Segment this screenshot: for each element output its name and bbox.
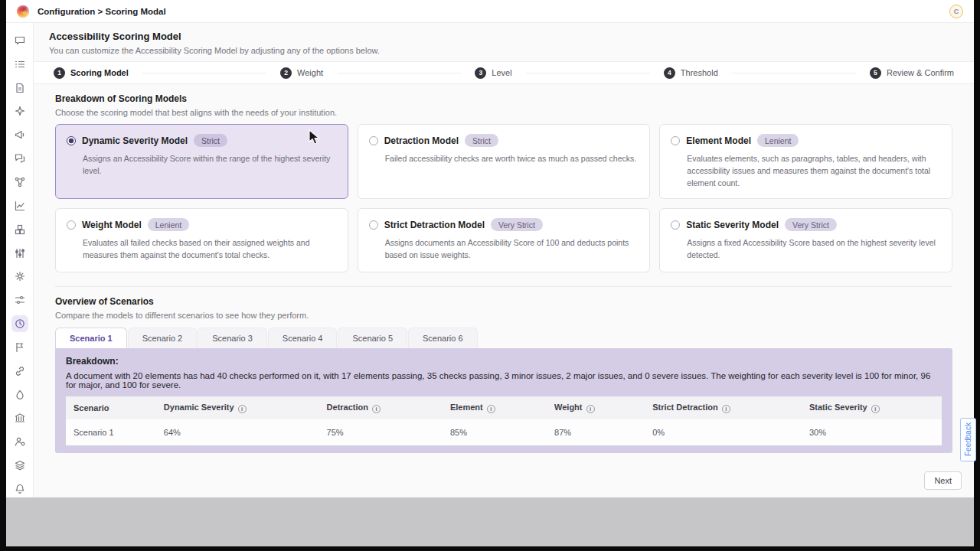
cell-element: 85% bbox=[443, 419, 547, 445]
info-icon[interactable]: i bbox=[238, 405, 247, 413]
main-content: Accessibility Scoring Model You can cust… bbox=[34, 23, 974, 497]
tab-scenario-4[interactable]: Scenario 4 bbox=[268, 328, 338, 348]
column-scenario: Scenario bbox=[66, 396, 156, 419]
checklist-icon[interactable] bbox=[11, 56, 28, 73]
radio-button[interactable] bbox=[671, 220, 680, 230]
card-title: Strict Detraction Model bbox=[384, 220, 485, 230]
radio-button[interactable] bbox=[67, 136, 76, 145]
step-label: Review & Confirm bbox=[887, 68, 954, 77]
tab-scenario-2[interactable]: Scenario 2 bbox=[128, 328, 198, 348]
model-cards-grid: Dynamic Severity Model Strict Assigns an… bbox=[55, 124, 952, 272]
card-description: Assigns documents an Accessibility Score… bbox=[385, 237, 638, 262]
chart-line-icon[interactable] bbox=[11, 197, 28, 214]
step-connector bbox=[142, 73, 266, 73]
app-logo-icon[interactable] bbox=[17, 5, 29, 18]
stepper: 1 Scoring Model 2 Weight 3 Level 4 Thres… bbox=[34, 61, 974, 84]
card-static-severity-model[interactable]: Static Severity Model Very Strict Assign… bbox=[659, 208, 952, 272]
user-avatar[interactable]: C bbox=[949, 5, 963, 18]
modules-icon[interactable] bbox=[11, 221, 28, 238]
table-header-row: Scenario Dynamic Severityi Detractioni E… bbox=[66, 396, 942, 419]
flag-icon[interactable] bbox=[11, 339, 28, 356]
tab-scenario-6[interactable]: Scenario 6 bbox=[408, 328, 478, 348]
bell-icon[interactable] bbox=[11, 481, 28, 497]
tab-scenario-1[interactable]: Scenario 1 bbox=[55, 328, 127, 348]
breakdown-label: Breakdown: bbox=[66, 356, 942, 367]
sparkle-icon[interactable] bbox=[11, 103, 28, 120]
radio-button[interactable] bbox=[671, 136, 680, 145]
info-icon[interactable]: i bbox=[586, 405, 595, 413]
breadcrumb[interactable]: Configuration > Scoring Modal bbox=[38, 7, 166, 16]
step-scoring-model[interactable]: 1 Scoring Model bbox=[54, 67, 129, 79]
card-description: Assigns a fixed Accessibility Score base… bbox=[687, 237, 939, 262]
card-element-model[interactable]: Element Model Lenient Evaluates elements… bbox=[659, 124, 952, 199]
strictness-badge: Strict bbox=[465, 134, 498, 147]
radio-button[interactable] bbox=[369, 220, 378, 230]
section-title: Breakdown of Scoring Models bbox=[55, 93, 952, 104]
scenario-tabs: Scenario 1 Scenario 2 Scenario 3 Scenari… bbox=[55, 328, 952, 348]
column-static-severity: Static Severityi bbox=[802, 396, 942, 419]
step-level[interactable]: 3 Level bbox=[475, 67, 511, 79]
tab-scenario-3[interactable]: Scenario 3 bbox=[198, 328, 267, 348]
card-description: Failed accessibility checks are worth tw… bbox=[385, 153, 638, 165]
sliders-vertical-icon[interactable] bbox=[11, 245, 28, 262]
cell-weight: 87% bbox=[547, 419, 645, 445]
strictness-badge: Very Strict bbox=[785, 218, 837, 231]
card-description: Assigns an Accessibility Score within th… bbox=[83, 153, 335, 178]
column-dynamic-severity: Dynamic Severityi bbox=[156, 396, 319, 419]
radio-button[interactable] bbox=[369, 136, 378, 145]
page-subtitle: You can customize the Accessibility Scor… bbox=[49, 46, 959, 55]
info-icon[interactable]: i bbox=[722, 405, 730, 413]
page-header: Accessibility Scoring Model You can cust… bbox=[34, 23, 974, 61]
step-number: 5 bbox=[870, 67, 881, 79]
layers-icon[interactable] bbox=[11, 457, 28, 474]
history-clock-icon[interactable] bbox=[11, 315, 28, 332]
card-detraction-model[interactable]: Detraction Model Strict Failed accessibi… bbox=[358, 124, 651, 199]
document-icon[interactable] bbox=[11, 80, 28, 96]
section-subtitle: Choose the scoring model that best align… bbox=[55, 108, 952, 117]
strictness-badge: Lenient bbox=[757, 134, 799, 147]
column-detraction: Detractioni bbox=[319, 396, 443, 419]
info-icon[interactable]: i bbox=[487, 405, 495, 413]
chat-bubbles-icon[interactable] bbox=[11, 150, 28, 167]
network-icon[interactable] bbox=[11, 174, 28, 191]
ink-drop-icon[interactable] bbox=[11, 386, 28, 403]
card-title: Detraction Model bbox=[384, 135, 459, 146]
card-dynamic-severity-model[interactable]: Dynamic Severity Model Strict Assigns an… bbox=[55, 124, 348, 199]
step-review-confirm[interactable]: 5 Review & Confirm bbox=[870, 67, 954, 79]
info-icon[interactable]: i bbox=[871, 405, 880, 413]
filters-horizontal-icon[interactable] bbox=[11, 292, 28, 308]
column-weight: Weighti bbox=[547, 396, 645, 419]
step-number: 3 bbox=[475, 67, 486, 79]
next-button[interactable]: Next bbox=[924, 471, 962, 490]
user-settings-icon[interactable] bbox=[11, 433, 28, 450]
step-label: Scoring Model bbox=[70, 68, 129, 77]
scoring-models-section: Breakdown of Scoring Models Choose the s… bbox=[34, 84, 974, 272]
card-weight-model[interactable]: Weight Model Lenient Evaluates all faile… bbox=[55, 208, 348, 272]
cell-static-severity: 30% bbox=[802, 419, 942, 445]
link-icon[interactable] bbox=[11, 363, 28, 380]
card-strict-detraction-model[interactable]: Strict Detraction Model Very Strict Assi… bbox=[358, 208, 651, 272]
screen: Configuration > Scoring Modal C bbox=[0, 0, 980, 551]
app-window: Configuration > Scoring Modal C bbox=[6, 0, 974, 546]
info-icon[interactable]: i bbox=[372, 405, 381, 413]
strictness-badge: Lenient bbox=[148, 218, 189, 231]
announcement-icon[interactable] bbox=[11, 126, 28, 143]
step-number: 4 bbox=[664, 67, 675, 79]
table-row: Scenario 1 64% 75% 85% 87% 0% 30% bbox=[66, 419, 942, 445]
left-sidebar bbox=[6, 23, 34, 497]
section-title: Overview of Scenarios bbox=[55, 296, 952, 307]
cell-detraction: 75% bbox=[319, 419, 443, 445]
cell-scenario: Scenario 1 bbox=[66, 419, 156, 445]
cell-dynamic-severity: 64% bbox=[156, 419, 319, 445]
step-weight[interactable]: 2 Weight bbox=[280, 67, 323, 79]
gear-icon[interactable] bbox=[11, 268, 28, 285]
tab-scenario-5[interactable]: Scenario 5 bbox=[338, 328, 407, 348]
scenarios-section: Overview of Scenarios Compare the models… bbox=[34, 287, 974, 453]
institution-icon[interactable] bbox=[11, 410, 28, 427]
comments-icon[interactable] bbox=[11, 32, 28, 49]
step-threshold[interactable]: 4 Threshold bbox=[664, 67, 718, 79]
feedback-button[interactable]: Feedback bbox=[960, 418, 976, 461]
step-connector bbox=[337, 73, 461, 73]
step-label: Level bbox=[492, 68, 511, 77]
radio-button[interactable] bbox=[67, 220, 76, 230]
